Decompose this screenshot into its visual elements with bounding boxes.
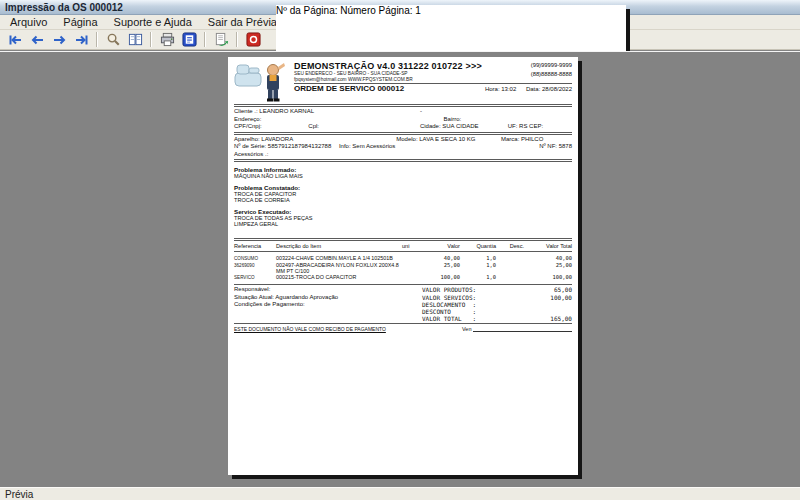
book-pages-icon bbox=[128, 32, 143, 47]
company-name: DEMONSTRAÇÃO v4.0 311222 010722 >>> bbox=[294, 61, 508, 71]
export-button[interactable] bbox=[210, 31, 232, 49]
close-preview-icon bbox=[246, 32, 261, 47]
reported-problem-text: MÁQUINA NÃO LIGA MAIS bbox=[234, 173, 572, 180]
responsible-label: Responsável: bbox=[234, 286, 422, 294]
col-desc: Desc. bbox=[498, 242, 524, 250]
service-done-label: Servico Executado: bbox=[234, 208, 572, 215]
client-address-label: Endereço: bbox=[234, 116, 261, 124]
current-status: Situação Atual: Aguardando Aprovação bbox=[234, 294, 422, 302]
signature-label: Ven bbox=[462, 326, 471, 333]
col-referencia: Referencia bbox=[234, 242, 274, 250]
next-page-icon bbox=[52, 33, 67, 47]
client-uf-cep: UF: RS CEP: bbox=[508, 123, 572, 131]
discount-value bbox=[530, 308, 572, 315]
toolbar-separator bbox=[236, 32, 238, 47]
reported-problem-label: Problema Informado: bbox=[234, 166, 572, 173]
toolbar-separator bbox=[96, 32, 98, 47]
service-done-text-2: LIMPEZA GERAL bbox=[234, 221, 572, 228]
col-valor-total: Valor Total bbox=[526, 242, 572, 250]
first-page-icon bbox=[8, 33, 23, 47]
col-descricao: Descrição do Item bbox=[276, 242, 400, 250]
last-page-icon bbox=[74, 33, 89, 47]
item-ref: CONSUMO bbox=[234, 256, 274, 262]
grand-total-label: VALOR TOTAL : bbox=[422, 315, 530, 322]
printer-setup-button[interactable] bbox=[178, 31, 200, 49]
disclaimer-text: ESTE DOCUMENTO NÃO VALE COMO RECIBO DE P… bbox=[234, 326, 462, 333]
last-page-button[interactable] bbox=[70, 31, 92, 49]
export-icon bbox=[214, 32, 229, 47]
toolbar: Nº Zoom Nº da Página: Número Página: 1 bbox=[0, 30, 800, 50]
item-total: 40,00 bbox=[526, 255, 572, 261]
magnifier-icon bbox=[106, 32, 121, 47]
item-quantia: 1,0 bbox=[462, 262, 496, 268]
document-page: DEMONSTRAÇÃO v4.0 311222 010722 >>> SEU … bbox=[228, 57, 578, 475]
company-phone-1: (99)99999-9999 bbox=[508, 61, 572, 70]
status-text: Prévia bbox=[5, 489, 33, 500]
signature-line bbox=[473, 331, 572, 332]
item-description: 003224-CHAVE COMBIN.MAYLE A 1/4 102501B bbox=[276, 255, 400, 261]
two-page-view-button[interactable] bbox=[124, 31, 146, 49]
company-logo bbox=[234, 61, 290, 103]
client-district-label: Bairro: bbox=[444, 116, 462, 124]
client-cpf-label: CPF/Cnpj: bbox=[234, 123, 308, 131]
displacement-label: DESLOCAMENTO : bbox=[422, 301, 530, 308]
item-quantia: 1,0 bbox=[462, 255, 496, 261]
client-name: Cliente .: LEANDRO KARNAL bbox=[234, 108, 314, 116]
menu-pagina[interactable]: Página bbox=[55, 15, 105, 29]
device-invoice-number: Nº NF: 5878 bbox=[539, 143, 572, 151]
previous-page-icon bbox=[30, 33, 45, 47]
payment-conditions-label: Condições de Pagamento: bbox=[234, 301, 422, 309]
item-description: 002497-ABRACADEIRA NYLON FOXLUX 200X4.8 … bbox=[276, 262, 400, 274]
device-accessories-label: Acessórios .: bbox=[234, 151, 268, 159]
found-problem-label: Problema Constatado: bbox=[234, 184, 572, 191]
item-description: 000215-TROCA DO CAPACITOR bbox=[276, 274, 400, 280]
order-time: Hora: 13:02 bbox=[485, 86, 516, 92]
window-title: Impressão da OS 000012 bbox=[5, 2, 123, 13]
first-page-button[interactable] bbox=[4, 31, 26, 49]
total-services-value: 100,00 bbox=[530, 294, 572, 301]
client-dash: - bbox=[420, 108, 422, 116]
item-valor: 40,00 bbox=[424, 255, 460, 261]
zoom-button[interactable] bbox=[102, 31, 124, 49]
client-cpl-label: Cpl: bbox=[308, 123, 420, 131]
displacement-value bbox=[530, 301, 572, 308]
menu-arquivo[interactable]: Arquivo bbox=[2, 15, 55, 29]
previous-page-button[interactable] bbox=[26, 31, 48, 49]
found-problem-text-2: TROCA DE CORREIA bbox=[234, 197, 572, 204]
table-row: CONSUMO 003224-CHAVE COMBIN.MAYLE A 1/4 … bbox=[234, 255, 572, 262]
item-ref: 36269090 bbox=[234, 263, 274, 269]
total-products-label: VALOR PRODUTOS: bbox=[422, 286, 530, 293]
col-quantia: Quantia bbox=[462, 242, 496, 250]
order-title: ORDEM DE SERVICO 000012 bbox=[294, 85, 477, 92]
device-info: Info: Sem Acessórios bbox=[339, 143, 395, 149]
table-row: 36269090 002497-ABRACADEIRA NYLON FOXLUX… bbox=[234, 262, 572, 274]
grand-total-value: 165,00 bbox=[530, 315, 572, 322]
item-valor: 100,00 bbox=[424, 274, 460, 280]
company-phone-2: (88)88888-8888 bbox=[508, 70, 572, 79]
device-model: Modelo: LAVA E SECA 10 KG bbox=[396, 136, 501, 144]
printer-setup-icon bbox=[182, 32, 197, 47]
total-services-label: VALOR SERVICOS: bbox=[422, 294, 530, 301]
preview-area[interactable]: DEMONSTRAÇÃO v4.0 311222 010722 >>> SEU … bbox=[0, 51, 800, 487]
item-quantia: 1,0 bbox=[462, 274, 496, 280]
status-bar: Prévia bbox=[0, 487, 800, 500]
next-page-button[interactable] bbox=[48, 31, 70, 49]
item-ref: SERVICO bbox=[234, 275, 274, 281]
print-button[interactable] bbox=[156, 31, 178, 49]
device-brand: Marca: PHILCO bbox=[501, 136, 572, 144]
items-table-header: Referencia Descrição do Item uni Valor Q… bbox=[234, 242, 572, 250]
col-uni: uni bbox=[402, 242, 422, 250]
toolbar-separator bbox=[204, 32, 206, 47]
totals-block: VALOR PRODUTOS:65,00 VALOR SERVICOS:100,… bbox=[422, 286, 572, 322]
order-date: Data: 28/08/2022 bbox=[526, 86, 572, 92]
close-preview-button[interactable] bbox=[242, 31, 264, 49]
company-contact: fpqsystem@hotmail.com WWW.FPQSYSTEM.COM.… bbox=[294, 77, 508, 83]
toolbar-separator bbox=[150, 32, 152, 47]
client-city: Cidade: SUA CIDADE bbox=[420, 123, 508, 131]
total-products-value: 65,00 bbox=[530, 286, 572, 293]
table-row: SERVICO 000215-TROCA DO CAPACITOR 100,00… bbox=[234, 274, 572, 281]
discount-label: DESCONTO : bbox=[422, 308, 530, 315]
printer-icon bbox=[160, 32, 175, 47]
menu-suporte-e-ajuda[interactable]: Suporte e Ajuda bbox=[106, 15, 200, 29]
col-valor: Valor bbox=[424, 242, 460, 250]
